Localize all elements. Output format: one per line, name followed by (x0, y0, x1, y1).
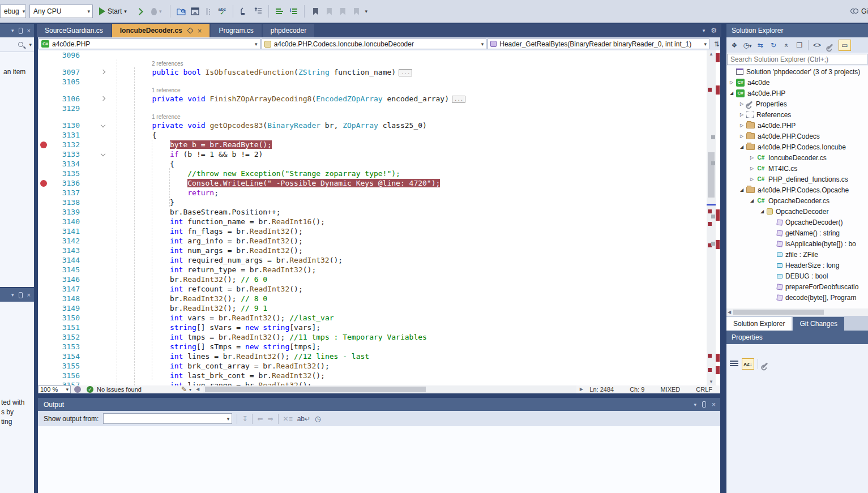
scroll-left-arrow[interactable]: ◀ (196, 385, 199, 393)
tree-item-a4c0de[interactable]: ▷C#a4c0de (726, 77, 868, 88)
breakpoint-margin[interactable] (38, 130, 49, 140)
code-text[interactable]: int lines = br.ReadInt32(); //12 lines -… (117, 351, 720, 361)
code-line-3129[interactable]: 3129 (38, 104, 720, 113)
properties-wrench-icon[interactable] (826, 41, 835, 49)
tree-item-isapplicable-byte-bo[interactable]: isApplicable(byte[]) : bo (726, 238, 868, 249)
tree-item-a4c0de.php[interactable]: ◢C#a4c0de.PHP (726, 88, 868, 98)
breakpoint-margin[interactable] (38, 159, 49, 169)
code-text[interactable]: int arg_info = br.ReadInt32(); (117, 236, 720, 246)
outlining-margin[interactable] (87, 121, 117, 130)
previous-bookmark-icon[interactable] (324, 6, 334, 16)
code-line-3130[interactable]: 3130 private void getOpcodes83(BinaryRea… (38, 121, 720, 130)
breakpoint-margin[interactable] (38, 303, 49, 313)
view-code-icon[interactable]: <> (813, 41, 822, 49)
outlining-margin[interactable] (87, 67, 117, 77)
next-message-icon[interactable]: ⇒ (268, 415, 273, 423)
breakpoint-margin[interactable] (38, 104, 49, 113)
tree-item-references[interactable]: ▷References (726, 109, 868, 120)
code-line-3154[interactable]: 3154 int lines = br.ReadInt32(); //12 li… (38, 351, 720, 361)
breakpoint-margin[interactable] (38, 50, 49, 60)
document-health-icon[interactable] (74, 386, 81, 393)
code-text[interactable]: int live_range = br.ReadInt32(); (117, 380, 720, 385)
scroll-right-arrow[interactable]: ▶ (580, 385, 583, 393)
tab-settings-gear-icon[interactable]: ⚙ (711, 27, 717, 35)
code-text[interactable]: int vars = br.ReadInt32(); //last_var (117, 313, 720, 323)
outlining-margin[interactable] (87, 149, 117, 159)
issues-status-label[interactable]: No issues found (97, 386, 142, 393)
code-line-3144[interactable]: 3144 int required_num_args = br.ReadInt3… (38, 255, 720, 265)
tab-close-icon[interactable]: × (198, 27, 202, 35)
breakpoint-margin[interactable] (38, 188, 49, 198)
code-line-3137[interactable]: 3137 return; (38, 188, 720, 198)
tree-item-opcachedecoder.cs[interactable]: ◢C#OpcacheDecoder.cs (726, 195, 868, 206)
code-text[interactable]: int return_type = br.ReadInt32(); (117, 265, 720, 275)
code-text[interactable]: br.ReadInt32(); // 8 0 (117, 294, 720, 303)
code-text[interactable] (117, 77, 720, 87)
outlining-margin[interactable] (87, 159, 117, 169)
collapse-chevron-icon[interactable]: ◢ (729, 91, 734, 96)
code-line-3132[interactable]: 3132 byte b = br.ReadByte(); (38, 140, 720, 149)
outlining-margin[interactable] (87, 226, 117, 236)
code-line-3145[interactable]: 3145 int return_type = br.ReadInt32(); (38, 265, 720, 275)
pin-icon[interactable] (702, 401, 706, 408)
clock-icon[interactable]: ◷ (315, 415, 320, 423)
code-text[interactable]: return; (117, 188, 720, 198)
outlining-margin[interactable] (87, 104, 117, 113)
tree-item-decode-byte-program[interactable]: decode(byte[], Program (726, 292, 868, 303)
code-text[interactable]: br.ReadInt32(); // 6 0 (117, 275, 720, 284)
breakpoint-margin[interactable] (38, 207, 49, 217)
code-text[interactable]: Console.WriteLine(" -Possible Dynamic Ke… (117, 178, 720, 188)
toggle-bookmark-icon[interactable] (310, 6, 320, 16)
code-line-3150[interactable]: 3150 int vars = br.ReadInt32(); //last_v… (38, 313, 720, 323)
breakpoint-margin[interactable] (38, 294, 49, 303)
breakpoint-margin[interactable] (38, 94, 49, 104)
expand-chevron-icon[interactable]: ▷ (739, 101, 745, 106)
scroll-down-arrow[interactable]: ▼ (707, 379, 716, 384)
code-text[interactable]: private void FinishZOpArrayDecoding8(Enc… (117, 94, 720, 104)
code-text[interactable]: { (117, 130, 720, 140)
show-all-files-icon[interactable]: ▭ (839, 40, 851, 51)
panel-tab-git-changes[interactable]: Git Changes (793, 317, 844, 331)
outlining-margin[interactable] (87, 342, 117, 351)
collapse-chevron-right-icon[interactable] (101, 96, 105, 101)
hot-reload-button[interactable]: ▾ (148, 4, 165, 19)
scrollbar-thumb[interactable] (733, 310, 824, 315)
outlining-margin[interactable] (87, 169, 117, 178)
outlining-margin[interactable] (87, 255, 117, 265)
outlining-margin[interactable] (87, 50, 117, 60)
code-text[interactable]: int function_name = br.ReadInt16(); (117, 217, 720, 226)
breakpoint-margin[interactable] (38, 342, 49, 351)
collapse-chevron-right-icon[interactable] (101, 70, 105, 74)
code-line-3097[interactable]: 3097 public bool IsObfuscatedFunction(ZS… (38, 67, 720, 77)
code-text[interactable]: int last_brk_cont = br.ReadInt32(); (117, 371, 720, 380)
editor-vertical-scrollbar[interactable]: ▲ ▼ (707, 50, 716, 385)
tree-item-solution-phpdecoder-3-of-3-projects-[interactable]: Solution 'phpdecoder' (3 of 3 projects) (726, 66, 868, 77)
clear-all-icon[interactable]: ✕≡ (283, 415, 293, 423)
edit-pencil-icon[interactable]: ✎ (181, 385, 187, 393)
collapse-chevron-down-icon[interactable] (101, 123, 105, 127)
code-line-3106[interactable]: 3106 private void FinishZOpArrayDecoding… (38, 94, 720, 104)
close-icon[interactable]: × (712, 401, 716, 409)
code-line-3156[interactable]: 3156 int last_brk_cont = br.ReadInt32(); (38, 371, 720, 380)
alphabetical-sort-icon[interactable]: AZ↓ (742, 358, 754, 370)
document-tab-SourceGuardian.cs[interactable]: SourceGuardian.cs (37, 24, 111, 37)
breakpoint-margin[interactable] (38, 255, 49, 265)
status-column-number[interactable]: Ch: 9 (630, 386, 644, 393)
breakpoint-margin[interactable] (38, 351, 49, 361)
property-pages-wrench-icon[interactable] (762, 360, 768, 368)
code-line-3157[interactable]: 3157 int live_range = br.ReadInt32(); (38, 380, 720, 385)
status-encoding[interactable]: MIXED (660, 386, 680, 393)
tree-item-headersize-long[interactable]: HeaderSize : long (726, 260, 868, 271)
uncomment-lines-icon[interactable] (288, 6, 298, 16)
split-editor-icon[interactable]: ⇅ (714, 40, 720, 48)
breakpoint-margin[interactable] (38, 121, 49, 130)
window-home-icon[interactable] (190, 6, 200, 16)
breakpoint-margin[interactable] (38, 323, 49, 332)
spell-check-icon[interactable]: abc✓ (217, 6, 227, 16)
code-line-3141[interactable]: 3141 int fn_flags = br.ReadInt32(); (38, 226, 720, 236)
start-without-debugging-button[interactable] (133, 4, 145, 19)
outlining-margin[interactable] (87, 140, 117, 149)
code-line-3139[interactable]: 3139 br.BaseStream.Position++; (38, 207, 720, 217)
tree-item-getname-string[interactable]: getName() : string (726, 228, 868, 238)
code-line-3148[interactable]: 3148 br.ReadInt32(); // 8 0 (38, 294, 720, 303)
